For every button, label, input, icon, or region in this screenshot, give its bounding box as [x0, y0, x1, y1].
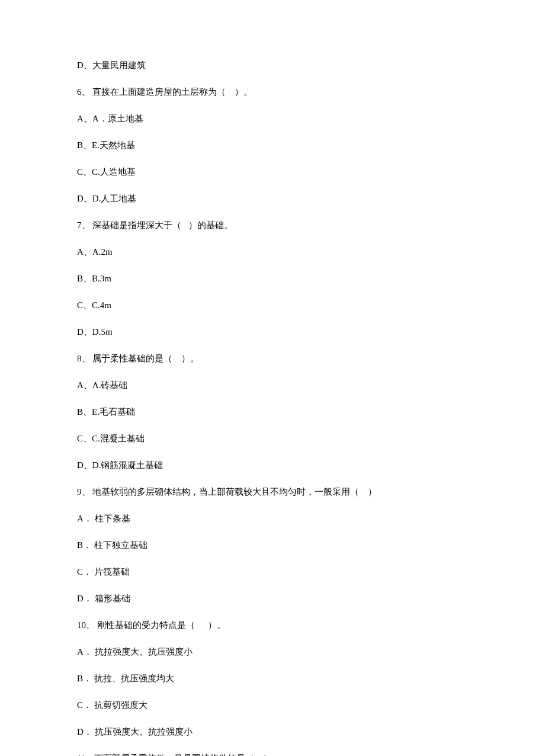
option-line: A、A．原土地基 — [77, 113, 468, 125]
option-line: B、E.天然地基 — [77, 139, 468, 152]
document-page: D、大量民用建筑 6、 直接在上面建造房屋的土层称为（ ）。 A、A．原土地基 … — [0, 0, 545, 756]
option-line: C、C.混凝土基础 — [77, 433, 468, 445]
option-line: B、B.3m — [77, 273, 468, 285]
option-line: D． 箱形基础 — [77, 592, 468, 605]
option-line: D、大量民用建筑 — [77, 59, 468, 72]
question-line: 9、 地基软弱的多层砌体结构，当上部荷载较大且不均匀时，一般采用（ ） — [77, 486, 468, 498]
option-line: B、E.毛石基础 — [77, 406, 468, 418]
option-line: D、D.钢筋混凝土基础 — [77, 459, 468, 472]
question-line: 8、 属于柔性基础的是（ ）。 — [77, 353, 468, 365]
option-line: A、A.砖基础 — [77, 379, 468, 392]
option-line: C、C.4m — [77, 299, 468, 312]
option-line: D、D.5m — [77, 326, 468, 338]
option-line: B． 柱下独立基础 — [77, 539, 468, 552]
question-line: 7、 深基础是指埋深大于（ ）的基础。 — [77, 219, 468, 232]
option-line: D． 抗压强度大、抗拉强度小 — [77, 726, 468, 738]
option-line: A． 抗拉强度大、抗压强度小 — [77, 646, 468, 658]
option-line: C、C.人造地基 — [77, 166, 468, 178]
option-line: C． 片筏基础 — [77, 566, 468, 578]
question-line: 6、 直接在上面建造房屋的土层称为（ ）。 — [77, 86, 468, 98]
question-line: 11、下面既属承重构件，又是围护构件的是（ ）。 — [77, 752, 468, 756]
option-line: A、A.2m — [77, 246, 468, 258]
question-line: 10、 刚性基础的受力特点是（ ）。 — [77, 619, 468, 632]
option-line: B． 抗拉、抗压强度均大 — [77, 672, 468, 685]
option-line: C． 抗剪切强度大 — [77, 699, 468, 712]
option-line: D、D.人工地基 — [77, 193, 468, 205]
option-line: A． 柱下条基 — [77, 512, 468, 525]
